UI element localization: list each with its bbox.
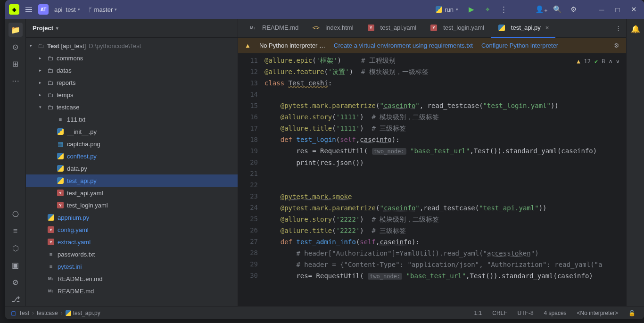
tree-file[interactable]: Ytest_api.yaml bbox=[26, 187, 238, 199]
project-selector[interactable]: api_test▾ bbox=[51, 4, 83, 15]
commit-tool-button[interactable]: ⊙ bbox=[8, 40, 23, 54]
close-tab-icon[interactable]: × bbox=[545, 24, 549, 31]
file-encoding[interactable]: UTF-8 bbox=[515, 310, 537, 316]
tree-file[interactable]: M↓README.en.md bbox=[26, 273, 238, 285]
services-tool-button[interactable]: ≡ bbox=[8, 224, 23, 238]
git-tool-button[interactable]: ⎔ bbox=[8, 207, 23, 221]
interpreter-warning-banner: ▲ No Python interpreter … Create a virtu… bbox=[238, 38, 626, 54]
terminal-tool-button[interactable]: ▣ bbox=[8, 258, 23, 272]
tree-file[interactable]: ≡passwords.txt bbox=[26, 248, 238, 260]
configure-interpreter-link[interactable]: Configure Python interpreter bbox=[481, 42, 558, 49]
editor-tab[interactable]: Ytest_api.yaml bbox=[360, 19, 423, 38]
tree-root[interactable]: ▾🗀Test [api_test]D:\pythoncode\Test bbox=[26, 40, 238, 52]
main-menu-button[interactable] bbox=[22, 7, 35, 12]
tree-file[interactable]: Yconfig.yaml bbox=[26, 224, 238, 236]
project-tree[interactable]: ▾🗀Test [api_test]D:\pythoncode\Test▸🗀com… bbox=[26, 38, 238, 306]
tree-file[interactable]: ≡111.txt bbox=[26, 113, 238, 125]
editor-tab[interactable]: <>index.html bbox=[305, 19, 360, 38]
tree-folder[interactable]: ▸🗀temps bbox=[26, 89, 238, 101]
inspection-widget[interactable]: ▲12 ✔8 ʌv bbox=[577, 56, 619, 67]
tree-file[interactable]: ▦captcha.png bbox=[26, 138, 238, 150]
minimize-button[interactable]: ─ bbox=[595, 3, 608, 16]
prev-highlight-icon[interactable]: ʌ bbox=[609, 56, 612, 67]
editor-tab[interactable]: M↓README.md bbox=[242, 19, 305, 38]
close-window-button[interactable]: ✕ bbox=[627, 3, 640, 16]
tree-file[interactable]: data.py bbox=[26, 162, 238, 174]
python-icon bbox=[436, 6, 442, 13]
status-bar: ▢Test›testcase›test_api.py 1:1 CRLF UTF-… bbox=[5, 306, 644, 319]
tree-folder[interactable]: ▸🗀reports bbox=[26, 76, 238, 89]
line-separator[interactable]: CRLF bbox=[489, 310, 510, 316]
chevron-down-icon: ▾ bbox=[456, 7, 458, 12]
debug-button[interactable]: ⌖ bbox=[481, 3, 494, 16]
tree-folder[interactable]: ▸🗀commons bbox=[26, 52, 238, 64]
create-venv-link[interactable]: Create a virtual environment using requi… bbox=[334, 42, 473, 49]
search-everywhere-button[interactable]: 🔍 bbox=[551, 3, 564, 16]
project-tool-button[interactable]: 📁 bbox=[8, 23, 23, 37]
more-actions-button[interactable]: ⋮ bbox=[497, 3, 510, 16]
caret-position[interactable]: 1:1 bbox=[471, 310, 485, 316]
tree-file[interactable]: appnium.py bbox=[26, 211, 238, 224]
tab-menu-button[interactable]: ⋮ bbox=[611, 25, 626, 32]
code-editor[interactable]: ▲12 ✔8 ʌv 111213141516171819202122232425… bbox=[238, 54, 626, 306]
editor-gutter: 1112131415161718192021222324252627282930 bbox=[238, 54, 264, 306]
next-highlight-icon[interactable]: v bbox=[616, 56, 619, 67]
run-config-selector[interactable]: run▾ bbox=[432, 4, 462, 15]
app-logo-icon: ◈ bbox=[9, 4, 19, 15]
banner-settings-icon[interactable]: ⚙ bbox=[614, 42, 619, 49]
warning-icon: ▲ bbox=[245, 42, 251, 49]
breadcrumb-item[interactable]: testcase bbox=[37, 310, 58, 316]
editor-tab[interactable]: Ytest_login.yaml bbox=[423, 19, 491, 38]
interpreter-widget[interactable]: <No interpreter> bbox=[574, 310, 621, 316]
lock-icon[interactable]: 🔓 bbox=[626, 310, 638, 316]
module-icon: ▢ bbox=[11, 310, 16, 316]
git-branch-selector[interactable]: ᚶmaster▾ bbox=[86, 4, 120, 15]
breadcrumb-item[interactable]: test_api.py bbox=[66, 310, 100, 316]
tree-file[interactable]: test_api.py bbox=[26, 174, 238, 187]
maximize-button[interactable]: □ bbox=[611, 3, 624, 16]
banner-message: No Python interpreter … bbox=[259, 42, 325, 49]
chevron-down-icon: ▾ bbox=[56, 26, 58, 31]
checks-icon: ✔ bbox=[594, 56, 598, 67]
notifications-button[interactable]: 🔔 bbox=[631, 25, 640, 306]
tree-file[interactable]: __init__.py bbox=[26, 125, 238, 138]
code-with-me-icon[interactable]: 👤₊ bbox=[535, 3, 548, 16]
breadcrumbs[interactable]: ▢Test›testcase›test_api.py bbox=[11, 310, 100, 316]
vcs-tool-button[interactable]: ⎇ bbox=[8, 292, 23, 306]
editor-tabs: M↓README.md<>index.htmlYtest_api.yamlYte… bbox=[238, 19, 626, 38]
settings-button[interactable]: ⚙ bbox=[567, 3, 580, 16]
editor-content[interactable]: @allure.epic('框架') # 工程级别@allure.feature… bbox=[264, 54, 626, 306]
title-bar: ◈ AT api_test▾ ᚶmaster▾ run▾ ▶ ⌖ ⋮ 👤₊ 🔍 … bbox=[5, 0, 644, 19]
tool-window-bar-left: 📁 ⊙ ⊞ ⋯ ⎔ ≡ ⬡ ▣ ⊘ ⎇ bbox=[5, 19, 26, 306]
indent-settings[interactable]: 4 spaces bbox=[541, 310, 570, 316]
checks-count: 8 bbox=[602, 56, 605, 67]
tree-folder-testcase[interactable]: ▾🗀testcase bbox=[26, 101, 238, 113]
chevron-down-icon: ▾ bbox=[115, 7, 117, 12]
tree-folder[interactable]: ▸🗀datas bbox=[26, 64, 238, 76]
chevron-down-icon: ▾ bbox=[78, 7, 80, 12]
problems-tool-button[interactable]: ⊘ bbox=[8, 275, 23, 289]
breadcrumb-item[interactable]: Test bbox=[19, 310, 29, 316]
run-button[interactable]: ▶ bbox=[465, 3, 478, 16]
tool-window-bar-right: 🔔 bbox=[626, 19, 644, 306]
project-badge: AT bbox=[38, 4, 49, 15]
editor-tab[interactable]: test_api.py× bbox=[491, 19, 555, 38]
tree-file[interactable]: Yextract.yaml bbox=[26, 236, 238, 248]
warnings-icon: ▲ bbox=[577, 56, 580, 67]
tree-file[interactable]: M↓README.md bbox=[26, 285, 238, 297]
warnings-count: 12 bbox=[584, 56, 591, 67]
tree-file[interactable]: ≡pytest.ini bbox=[26, 260, 238, 273]
structure-tool-button[interactable]: ⊞ bbox=[8, 57, 23, 71]
tree-file[interactable]: Ytest_login.yaml bbox=[26, 199, 238, 211]
python-packages-button[interactable]: ⬡ bbox=[8, 241, 23, 255]
more-tool-button[interactable]: ⋯ bbox=[8, 74, 23, 88]
project-panel-header[interactable]: Project▾ bbox=[26, 19, 238, 38]
branch-icon: ᚶ bbox=[89, 6, 92, 13]
tree-file[interactable]: conftest.py bbox=[26, 150, 238, 162]
